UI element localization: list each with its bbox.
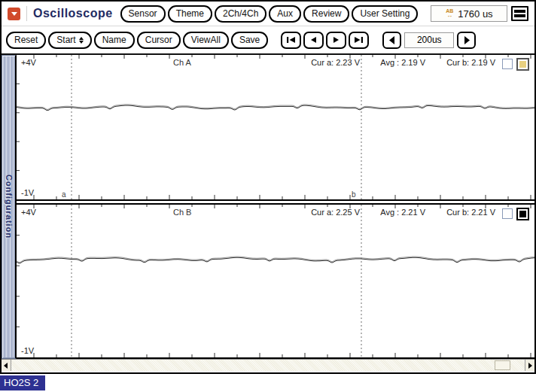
channel-b-panel: +4V -1V Ch B Cur a: 2.25 V Avg : 2.21 V …: [17, 203, 534, 359]
scrollbar-thumb[interactable]: [495, 360, 510, 370]
avg-reading: Avg : 2.21 V: [380, 208, 425, 217]
user-setting-button[interactable]: User Setting: [352, 5, 418, 23]
skip-end-icon[interactable]: [349, 32, 369, 49]
channel-a-waveform-plot: [17, 55, 534, 199]
main-area: Configuration +4V -1V Ch A Cur a: 2.23 V…: [2, 53, 534, 359]
cursor-a-reading: Cur a: 2.25 V: [311, 208, 360, 217]
scroll-left-icon[interactable]: [2, 360, 11, 371]
ab-time-display: AB ↔ 1760 us: [431, 5, 507, 22]
y-min-label: -1V: [21, 188, 34, 197]
y-max-label: +4V: [21, 58, 36, 67]
timebase-value: 200us: [404, 32, 454, 48]
start-button[interactable]: Start: [48, 32, 91, 49]
start-spinner-icon: [79, 37, 84, 44]
app-title: Oscilloscope: [33, 7, 113, 20]
chart-stack: +4V -1V Ch A Cur a: 2.23 V Avg : 2.19 V …: [17, 55, 534, 359]
cursor-a-tag[interactable]: a: [62, 190, 66, 199]
channel-name: Ch A: [173, 58, 191, 67]
app-dropdown-icon[interactable]: [8, 8, 20, 20]
cursor-b-tag[interactable]: b: [352, 190, 356, 199]
signal-tag[interactable]: HO2S 2: [0, 375, 45, 390]
avg-reading: Avg : 2.19 V: [380, 58, 425, 67]
scroll-right-icon[interactable]: [525, 360, 534, 371]
reset-button[interactable]: Reset: [6, 32, 46, 49]
oscilloscope-window: Oscilloscope Sensor Theme 2Ch/4Ch Aux Re…: [0, 0, 536, 374]
control-toolbar: Reset Start Name Cursor ViewAll Save: [2, 26, 534, 53]
channel-a-visibility-checkbox[interactable]: [502, 59, 513, 69]
menu-icon[interactable]: [511, 6, 528, 21]
skip-start-icon[interactable]: [281, 32, 301, 49]
timebase-control: 200us: [382, 32, 476, 49]
y-max-label: +4V: [21, 208, 36, 217]
cursor-a-reading: Cur a: 2.23 V: [311, 58, 360, 67]
aux-button[interactable]: Aux: [269, 5, 301, 23]
ab-interval-icon: AB ↔: [446, 9, 453, 18]
save-button[interactable]: Save: [231, 32, 268, 49]
ab-time-value: 1760 us: [458, 8, 492, 20]
title-bar: Oscilloscope Sensor Theme 2Ch/4Ch Aux Re…: [2, 2, 534, 26]
channel-mode-button[interactable]: 2Ch/4Ch: [215, 5, 266, 23]
viewall-button[interactable]: ViewAll: [183, 32, 229, 49]
channel-b-color-indicator[interactable]: [516, 208, 529, 220]
horizontal-scrollbar[interactable]: [2, 359, 534, 371]
theme-button[interactable]: Theme: [168, 5, 212, 23]
review-button[interactable]: Review: [303, 5, 349, 23]
name-button[interactable]: Name: [94, 32, 135, 49]
channel-a-panel: +4V -1V Ch A Cur a: 2.23 V Avg : 2.19 V …: [17, 55, 534, 201]
channel-b-visibility-checkbox[interactable]: [502, 208, 513, 219]
channel-name: Ch B: [173, 208, 191, 217]
playback-controls: [281, 32, 369, 49]
cursor-button[interactable]: Cursor: [137, 32, 181, 49]
channel-a-color-indicator[interactable]: [516, 58, 529, 71]
sensor-button[interactable]: Sensor: [120, 5, 166, 23]
y-min-label: -1V: [21, 346, 34, 355]
timebase-prev-icon[interactable]: [382, 32, 401, 49]
scrollbar-track[interactable]: [11, 360, 525, 371]
cursor-b-reading: Cur b: 2.19 V: [446, 58, 495, 67]
cursor-b-reading: Cur b: 2.21 V: [446, 208, 495, 217]
step-back-icon[interactable]: [303, 32, 324, 49]
configuration-tab[interactable]: Configuration: [2, 55, 17, 359]
timebase-next-icon[interactable]: [457, 32, 476, 49]
step-forward-icon[interactable]: [326, 32, 346, 49]
configuration-tab-label: Configuration: [5, 175, 14, 239]
title-separator: [26, 6, 27, 21]
channel-b-waveform-plot: [17, 205, 534, 357]
